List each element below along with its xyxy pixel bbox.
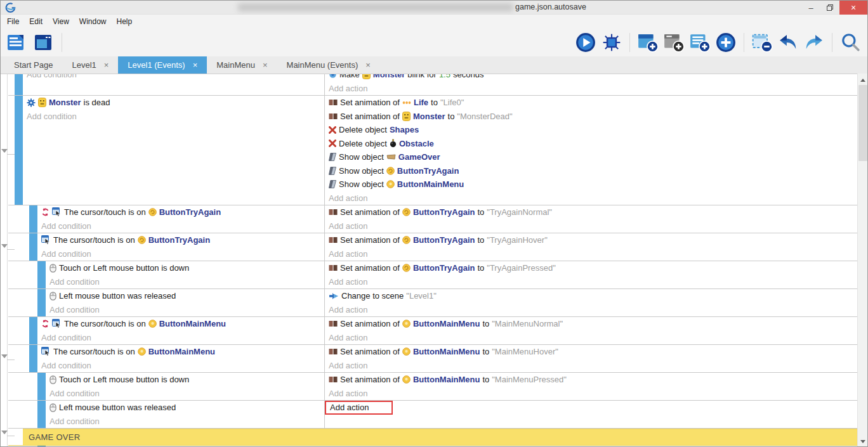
add-action-link[interactable]: Add action (325, 191, 858, 205)
event-indent-bar[interactable] (37, 373, 46, 400)
tab-close-icon[interactable]: × (104, 60, 109, 70)
collapse-arrow[interactable] (1, 354, 8, 358)
restore-button[interactable] (820, 1, 839, 15)
event-row[interactable]: Monster is deadAdd conditionSet animatio… (8, 96, 858, 205)
tab-close-icon[interactable]: × (365, 60, 371, 70)
add-condition-link[interactable]: Add condition (37, 219, 324, 233)
menu-file[interactable]: File (2, 15, 24, 29)
tab-level1[interactable]: Level1 × (62, 56, 118, 74)
redo-icon[interactable] (803, 32, 825, 53)
condition-line[interactable]: Left mouse button was released (46, 401, 324, 415)
minimize-button[interactable]: – (801, 1, 820, 15)
conditions-cell[interactable]: Monster is deadAdd condition (23, 96, 324, 205)
actions-cell[interactable]: Add action (324, 401, 858, 428)
add-action-link[interactable]: Add action (325, 247, 858, 261)
event-row[interactable]: Left mouse button was releasedAdd condit… (8, 289, 858, 317)
actions-cell[interactable]: Change to scene "Level1"Add action (324, 289, 858, 316)
menu-window[interactable]: Window (74, 15, 112, 29)
tab-close-icon[interactable]: × (193, 60, 198, 70)
event-indent-bar[interactable] (29, 205, 37, 233)
condition-line[interactable]: Monster is dead (23, 96, 324, 110)
event-indent-bar[interactable] (37, 289, 46, 316)
add-condition-link[interactable]: Add condition (46, 303, 324, 317)
event-row[interactable]: The cursor/touch is on ButtonTryAgainAdd… (8, 233, 858, 261)
action-line[interactable]: Delete object Shapes (325, 123, 858, 137)
collapse-arrow[interactable] (1, 244, 8, 248)
add-new-icon[interactable] (715, 32, 737, 53)
add-condition-link[interactable]: Add condition (37, 359, 324, 373)
scroll-down-button[interactable] (858, 436, 868, 446)
delete-event-icon[interactable] (751, 32, 773, 53)
event-indent-bar[interactable] (29, 345, 37, 372)
condition-line[interactable]: Touch or Left mouse button is down (46, 261, 324, 275)
action-line[interactable]: Set animation of Life to "Life0" (325, 96, 858, 110)
action-line[interactable]: Set animation of ButtonMainMenu to "Main… (325, 373, 858, 387)
action-line[interactable]: Make Monster blink for 1.5 seconds (325, 74, 858, 82)
collapse-arrow[interactable] (1, 149, 8, 153)
event-row[interactable]: The cursor/touch is on ButtonTryAgainAdd… (8, 205, 858, 233)
add-comment-icon[interactable] (689, 32, 711, 53)
event-indent-bar[interactable] (37, 401, 46, 428)
actions-cell[interactable]: Set animation of ButtonMainMenu to "Main… (324, 345, 858, 372)
tab-mainmenu[interactable]: MainMenu × (207, 56, 277, 74)
action-line[interactable]: Set animation of ButtonTryAgain to "TryA… (325, 233, 858, 247)
conditions-cell[interactable]: The cursor/touch is on ButtonMainMenuAdd… (37, 317, 324, 344)
tab-level1-events[interactable]: Level1 (Events) × (118, 56, 207, 74)
add-action-link[interactable]: Add action (325, 219, 858, 233)
conditions-cell[interactable]: The cursor/touch is on ButtonMainMenuAdd… (37, 345, 324, 372)
conditions-cell[interactable]: Touch or Left mouse button is downAdd co… (46, 373, 324, 400)
tab-mainmenu-events[interactable]: MainMenu (Events) × (277, 56, 380, 74)
add-action-link[interactable]: Add action (325, 275, 858, 289)
add-event-icon[interactable] (637, 32, 659, 53)
add-condition-link[interactable]: Add condition (23, 110, 324, 124)
add-condition-link[interactable]: Add condition (46, 387, 324, 401)
menu-help[interactable]: Help (112, 15, 138, 29)
action-line[interactable]: Set animation of Monster to "MonsterDead… (325, 110, 858, 124)
tab-start-page[interactable]: Start Page (4, 56, 62, 74)
actions-cell[interactable]: Set animation of ButtonMainMenu to "Main… (324, 373, 858, 400)
add-condition-link[interactable]: Add condition (46, 415, 324, 429)
add-sub-event-icon[interactable] (663, 32, 685, 53)
event-row[interactable]: The cursor/touch is on ButtonMainMenuAdd… (8, 317, 858, 345)
add-action-link[interactable]: Add action (325, 82, 858, 96)
action-line[interactable]: Change to scene "Level1" (325, 289, 858, 303)
add-action-link[interactable]: Add action (325, 331, 858, 345)
event-indent-bar[interactable] (15, 96, 23, 205)
collapse-arrow[interactable] (1, 431, 8, 434)
condition-line[interactable]: Left mouse button was released (46, 289, 324, 303)
actions-cell[interactable]: Set animation of ButtonTryAgain to "TryA… (324, 233, 858, 261)
search-icon[interactable] (839, 32, 861, 53)
vertical-scrollbar[interactable] (857, 74, 867, 447)
condition-line[interactable]: The cursor/touch is on ButtonMainMenu (37, 317, 324, 331)
menu-edit[interactable]: Edit (24, 15, 48, 29)
action-line[interactable]: Set animation of ButtonTryAgain to "TryA… (325, 261, 858, 275)
add-condition-link[interactable]: Add condition (46, 275, 324, 289)
conditions-cell[interactable]: The cursor/touch is on ButtonTryAgainAdd… (37, 233, 324, 261)
condition-line[interactable]: The cursor/touch is on ButtonTryAgain (37, 233, 324, 247)
event-indent-bar[interactable] (15, 74, 23, 95)
action-line[interactable]: Delete object Obstacle (325, 137, 858, 151)
tab-close-icon[interactable]: × (263, 60, 268, 70)
action-line[interactable]: Set animation of ButtonMainMenu to "Main… (325, 345, 858, 359)
preview-play-icon[interactable] (575, 32, 596, 53)
action-line[interactable]: Set animation of ButtonTryAgain to "TryA… (325, 205, 858, 219)
scene-editor-icon[interactable] (32, 32, 54, 53)
add-condition-link[interactable]: Add condition (23, 74, 324, 82)
action-line[interactable]: Show object GameOver (325, 150, 858, 164)
conditions-cell[interactable]: The cursor/touch is on ButtonTryAgainAdd… (37, 205, 324, 233)
add-condition-link[interactable]: Add condition (37, 331, 324, 345)
comment-text[interactable]: GAME OVER (23, 429, 858, 445)
comment-event[interactable]: GAME OVER (8, 429, 858, 446)
condition-line[interactable]: Touch or Left mouse button is down (46, 373, 324, 387)
condition-line[interactable]: The cursor/touch is on ButtonMainMenu (37, 345, 324, 359)
add-action-link[interactable]: Add action (325, 387, 858, 401)
event-row[interactable]: Add conditionMake Monster blink for 1.5 … (8, 74, 858, 96)
action-line[interactable]: Show object ButtonMainMenu (325, 178, 858, 191)
event-indent-bar[interactable] (29, 233, 37, 261)
close-button[interactable]: × (839, 1, 867, 15)
action-line[interactable]: Set animation of ButtonMainMenu to "Main… (325, 317, 858, 331)
actions-cell[interactable]: Set animation of ButtonTryAgain to "TryA… (324, 261, 858, 288)
actions-cell[interactable]: Make Monster blink for 1.5 secondsAdd ac… (324, 74, 858, 95)
actions-cell[interactable]: Set animation of ButtonMainMenu to "Main… (324, 317, 858, 344)
event-row[interactable]: Left mouse button was releasedAdd condit… (8, 401, 858, 429)
